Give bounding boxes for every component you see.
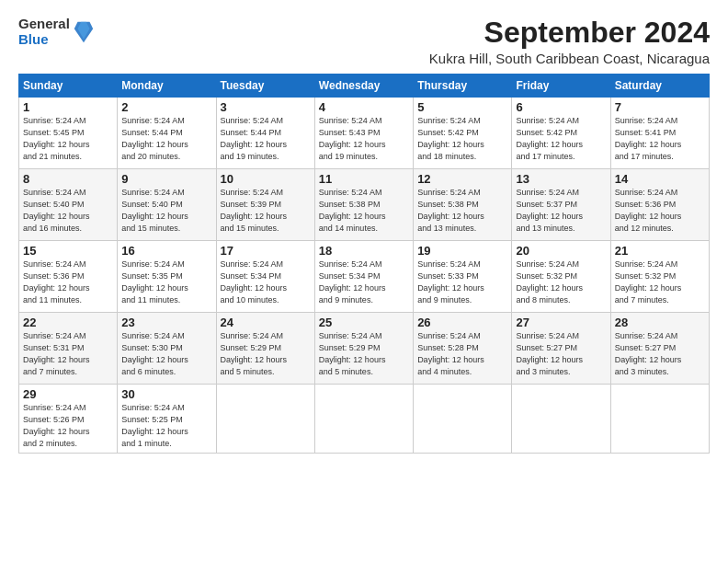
col-monday: Monday	[118, 75, 216, 98]
page: General Blue September 2024 Kukra Hill, …	[0, 0, 728, 563]
col-tuesday: Tuesday	[216, 75, 314, 98]
table-row: 14Sunrise: 5:24 AM Sunset: 5:36 PM Dayli…	[610, 169, 709, 241]
day-number: 17	[221, 244, 311, 258]
table-row: 19Sunrise: 5:24 AM Sunset: 5:33 PM Dayli…	[414, 241, 512, 313]
day-info: Sunrise: 5:24 AM Sunset: 5:38 PM Dayligh…	[319, 187, 409, 235]
day-info: Sunrise: 5:24 AM Sunset: 5:41 PM Dayligh…	[615, 115, 705, 163]
table-row: 26Sunrise: 5:24 AM Sunset: 5:28 PM Dayli…	[414, 313, 512, 385]
day-number: 1	[23, 100, 113, 114]
day-info: Sunrise: 5:24 AM Sunset: 5:26 PM Dayligh…	[23, 402, 113, 450]
table-row: 7Sunrise: 5:24 AM Sunset: 5:41 PM Daylig…	[610, 98, 709, 169]
day-info: Sunrise: 5:24 AM Sunset: 5:30 PM Dayligh…	[121, 330, 211, 378]
table-row: 21Sunrise: 5:24 AM Sunset: 5:32 PM Dayli…	[610, 241, 709, 313]
day-number: 16	[121, 244, 211, 258]
day-info: Sunrise: 5:24 AM Sunset: 5:35 PM Dayligh…	[121, 259, 211, 306]
table-row: 13Sunrise: 5:24 AM Sunset: 5:37 PM Dayli…	[512, 169, 610, 241]
day-number: 20	[516, 244, 606, 258]
day-info: Sunrise: 5:24 AM Sunset: 5:43 PM Dayligh…	[319, 115, 409, 163]
table-row: 11Sunrise: 5:24 AM Sunset: 5:38 PM Dayli…	[314, 169, 413, 241]
table-row: 29Sunrise: 5:24 AM Sunset: 5:26 PM Dayli…	[19, 385, 118, 454]
day-number: 25	[319, 316, 409, 329]
day-info: Sunrise: 5:24 AM Sunset: 5:38 PM Dayligh…	[417, 187, 507, 235]
day-info: Sunrise: 5:24 AM Sunset: 5:32 PM Dayligh…	[615, 259, 705, 306]
day-number: 3	[221, 100, 311, 114]
day-info: Sunrise: 5:24 AM Sunset: 5:27 PM Dayligh…	[516, 330, 606, 378]
month-title: September 2024	[429, 17, 710, 49]
table-row: 24Sunrise: 5:24 AM Sunset: 5:29 PM Dayli…	[216, 313, 314, 385]
day-number: 21	[615, 244, 705, 258]
day-number: 15	[23, 244, 113, 258]
table-row	[414, 385, 512, 454]
day-info: Sunrise: 5:24 AM Sunset: 5:36 PM Dayligh…	[23, 259, 113, 306]
table-row: 18Sunrise: 5:24 AM Sunset: 5:34 PM Dayli…	[314, 241, 413, 313]
day-info: Sunrise: 5:24 AM Sunset: 5:27 PM Dayligh…	[615, 330, 705, 378]
col-friday: Friday	[512, 75, 610, 98]
table-row: 6Sunrise: 5:24 AM Sunset: 5:42 PM Daylig…	[512, 98, 610, 169]
table-row: 22Sunrise: 5:24 AM Sunset: 5:31 PM Dayli…	[19, 313, 118, 385]
table-row: 23Sunrise: 5:24 AM Sunset: 5:30 PM Dayli…	[118, 313, 216, 385]
day-number: 23	[121, 316, 211, 329]
table-row	[314, 385, 413, 454]
col-saturday: Saturday	[610, 75, 709, 98]
table-row: 10Sunrise: 5:24 AM Sunset: 5:39 PM Dayli…	[216, 169, 314, 241]
day-number: 8	[23, 172, 113, 186]
table-row: 2Sunrise: 5:24 AM Sunset: 5:44 PM Daylig…	[118, 98, 216, 169]
table-row	[512, 385, 610, 454]
logo-blue-text: Blue	[18, 32, 70, 48]
table-row: 8Sunrise: 5:24 AM Sunset: 5:40 PM Daylig…	[19, 169, 118, 241]
table-row: 17Sunrise: 5:24 AM Sunset: 5:34 PM Dayli…	[216, 241, 314, 313]
day-info: Sunrise: 5:24 AM Sunset: 5:31 PM Dayligh…	[23, 330, 113, 378]
day-number: 2	[121, 100, 211, 114]
day-number: 6	[516, 100, 606, 114]
header: General Blue September 2024 Kukra Hill, …	[18, 17, 710, 66]
table-row: 9Sunrise: 5:24 AM Sunset: 5:40 PM Daylig…	[118, 169, 216, 241]
day-info: Sunrise: 5:24 AM Sunset: 5:32 PM Dayligh…	[516, 259, 606, 306]
table-row	[216, 385, 314, 454]
day-info: Sunrise: 5:24 AM Sunset: 5:34 PM Dayligh…	[221, 259, 311, 306]
table-row: 16Sunrise: 5:24 AM Sunset: 5:35 PM Dayli…	[118, 241, 216, 313]
logo-icon	[74, 20, 94, 44]
day-info: Sunrise: 5:24 AM Sunset: 5:36 PM Dayligh…	[615, 187, 705, 235]
day-info: Sunrise: 5:24 AM Sunset: 5:44 PM Dayligh…	[121, 115, 211, 163]
day-info: Sunrise: 5:24 AM Sunset: 5:25 PM Dayligh…	[121, 402, 211, 450]
table-row: 4Sunrise: 5:24 AM Sunset: 5:43 PM Daylig…	[314, 98, 413, 169]
day-info: Sunrise: 5:24 AM Sunset: 5:29 PM Dayligh…	[319, 330, 409, 378]
location-title: Kukra Hill, South Caribbean Coast, Nicar…	[429, 51, 710, 66]
day-number: 27	[516, 316, 606, 329]
table-row	[610, 385, 709, 454]
table-row: 30Sunrise: 5:24 AM Sunset: 5:25 PM Dayli…	[118, 385, 216, 454]
day-number: 9	[121, 172, 211, 186]
col-wednesday: Wednesday	[314, 75, 413, 98]
day-info: Sunrise: 5:24 AM Sunset: 5:33 PM Dayligh…	[417, 259, 507, 306]
day-number: 5	[417, 100, 507, 114]
day-info: Sunrise: 5:24 AM Sunset: 5:44 PM Dayligh…	[221, 115, 311, 163]
table-row: 5Sunrise: 5:24 AM Sunset: 5:42 PM Daylig…	[414, 98, 512, 169]
day-number: 28	[615, 316, 705, 329]
col-sunday: Sunday	[19, 75, 118, 98]
title-block: September 2024 Kukra Hill, South Caribbe…	[429, 17, 710, 66]
day-info: Sunrise: 5:24 AM Sunset: 5:39 PM Dayligh…	[221, 187, 311, 235]
table-row: 15Sunrise: 5:24 AM Sunset: 5:36 PM Dayli…	[19, 241, 118, 313]
table-row: 12Sunrise: 5:24 AM Sunset: 5:38 PM Dayli…	[414, 169, 512, 241]
calendar-table: Sunday Monday Tuesday Wednesday Thursday…	[18, 74, 710, 454]
day-number: 10	[221, 172, 311, 186]
day-info: Sunrise: 5:24 AM Sunset: 5:40 PM Dayligh…	[121, 187, 211, 235]
day-info: Sunrise: 5:24 AM Sunset: 5:29 PM Dayligh…	[221, 330, 311, 378]
day-number: 11	[319, 172, 409, 186]
day-number: 22	[23, 316, 113, 329]
day-number: 29	[23, 387, 113, 401]
table-row: 28Sunrise: 5:24 AM Sunset: 5:27 PM Dayli…	[610, 313, 709, 385]
day-number: 30	[121, 387, 211, 401]
day-info: Sunrise: 5:24 AM Sunset: 5:42 PM Dayligh…	[516, 115, 606, 163]
day-number: 14	[615, 172, 705, 186]
day-number: 4	[319, 100, 409, 114]
table-row: 27Sunrise: 5:24 AM Sunset: 5:27 PM Dayli…	[512, 313, 610, 385]
logo: General Blue	[18, 17, 94, 47]
day-number: 24	[221, 316, 311, 329]
day-info: Sunrise: 5:24 AM Sunset: 5:34 PM Dayligh…	[319, 259, 409, 306]
day-number: 7	[615, 100, 705, 114]
logo-general-text: General	[18, 17, 70, 32]
day-info: Sunrise: 5:24 AM Sunset: 5:37 PM Dayligh…	[516, 187, 606, 235]
day-info: Sunrise: 5:24 AM Sunset: 5:28 PM Dayligh…	[417, 330, 507, 378]
day-info: Sunrise: 5:24 AM Sunset: 5:42 PM Dayligh…	[417, 115, 507, 163]
